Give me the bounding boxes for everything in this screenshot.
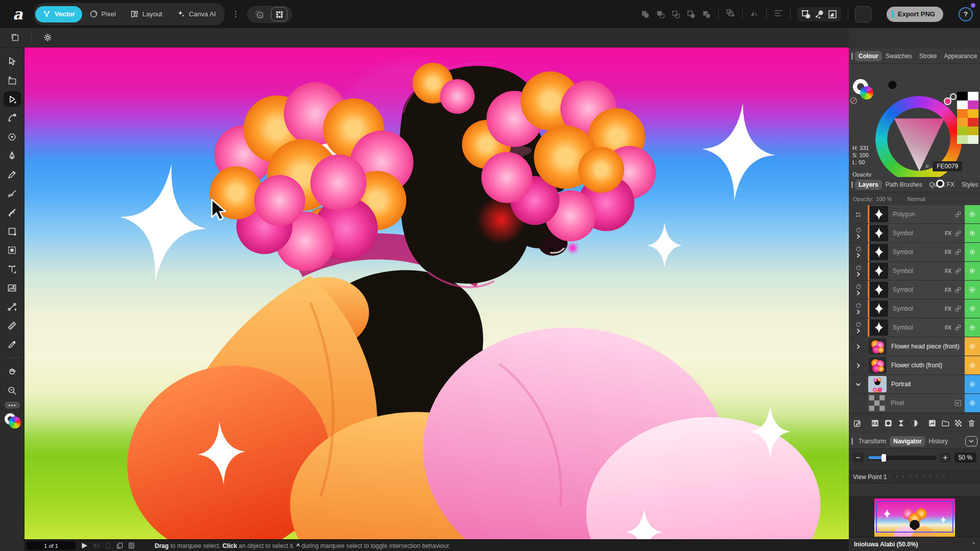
transform-box-icon[interactable] [801, 9, 811, 19]
layer-thumbnail[interactable] [868, 338, 887, 355]
blend-mode-value[interactable]: Normal [908, 196, 925, 202]
visibility-toggle[interactable] [965, 356, 980, 374]
colour-swatch[interactable] [957, 127, 968, 135]
edit-all-layers-icon[interactable] [853, 419, 862, 428]
group-layers-icon[interactable] [941, 419, 950, 428]
expand-chevron-icon[interactable] [856, 344, 861, 349]
node-select-icon[interactable] [814, 9, 824, 19]
boolean-combine-icon[interactable] [701, 9, 712, 19]
persona-tab-pixel[interactable]: Pixel [82, 6, 123, 22]
layer-row[interactable]: SymbolFX [849, 224, 980, 242]
boolean-add-icon[interactable] [640, 9, 650, 19]
move-tool[interactable] [4, 54, 21, 69]
zoom-value[interactable]: 50 % [954, 453, 976, 463]
layer-thumbnail[interactable] [868, 357, 887, 373]
align-icon[interactable] [773, 8, 783, 18]
corner-tool[interactable] [4, 110, 21, 126]
canvas-artwork[interactable] [24, 47, 849, 539]
colour-swatch[interactable] [968, 118, 978, 127]
transform-node-tool[interactable] [4, 299, 21, 314]
snapping-chevron-icon[interactable] [876, 10, 882, 19]
layer-name[interactable]: Symbol [893, 299, 945, 318]
visibility-toggle[interactable] [965, 224, 980, 242]
copy-pages-icon[interactable] [116, 542, 124, 549]
layer-name[interactable]: Pixel [891, 394, 954, 412]
colour-swatch[interactable] [968, 101, 978, 109]
zoom-in-button[interactable] [940, 453, 951, 463]
layer-row[interactable]: Pixel [849, 394, 980, 412]
visibility-toggle[interactable] [965, 318, 980, 337]
layer-row[interactable]: Flower head piece (front) [849, 337, 980, 356]
export-chevron-icon[interactable] [948, 10, 954, 19]
visibility-toggle[interactable] [965, 243, 980, 261]
visibility-toggle[interactable] [965, 337, 980, 356]
pencil-tool[interactable] [4, 167, 21, 182]
place-image-tool[interactable] [4, 280, 21, 295]
tab-colour[interactable]: Colour [855, 51, 882, 61]
tab-swatches[interactable]: Swatches [882, 51, 916, 61]
bounding-shape-icon[interactable] [827, 9, 838, 19]
zoom-out-button[interactable] [852, 453, 864, 463]
delete-layer-icon[interactable] [967, 419, 976, 428]
skip-next-icon[interactable] [92, 542, 100, 549]
colour-swatch[interactable] [968, 135, 978, 144]
persona-tab-canva-ai[interactable]: Canva AI [169, 6, 223, 22]
expand-chevron-icon[interactable] [856, 328, 861, 334]
layer-row[interactable]: SymbolFX [849, 318, 980, 337]
adjustment-layer-icon[interactable] [897, 419, 905, 428]
pan-tool[interactable] [4, 364, 21, 379]
page-list-icon[interactable] [128, 542, 135, 549]
eyedropper-icon[interactable] [875, 78, 887, 89]
layer-row[interactable]: Portrait [849, 375, 980, 393]
layer-opacity-value[interactable]: 100 % [876, 196, 892, 202]
a-cursor-button[interactable]: A [252, 8, 267, 21]
layer-settings-gear-icon[interactable] [957, 195, 965, 203]
layer-thumbnail[interactable] [870, 319, 888, 336]
tab-navigator[interactable]: Navigator [890, 436, 925, 446]
layer-order-icon[interactable] [725, 8, 736, 18]
settings-gear-icon[interactable] [43, 33, 53, 42]
panel-grip[interactable] [851, 53, 853, 60]
navigator-panel-chevron-icon[interactable] [965, 436, 977, 446]
layer-row[interactable]: SymbolFX [849, 262, 980, 280]
snapping-button[interactable] [855, 6, 871, 22]
colour-swatch[interactable] [957, 92, 968, 101]
layer-thumbnail[interactable] [870, 300, 888, 317]
colour-picker-tool[interactable] [4, 337, 21, 352]
tab-appearance[interactable]: Appearance [940, 51, 980, 61]
rectangle-tool[interactable] [4, 223, 21, 239]
overflow-menu-icon[interactable]: ⋮ [232, 13, 239, 15]
boolean-subtract-icon[interactable] [655, 9, 666, 19]
select-tool[interactable] [4, 91, 21, 107]
more-tools[interactable] [5, 402, 20, 409]
new-pixel-layer-icon[interactable] [954, 419, 963, 428]
secondary-colour-well[interactable] [888, 80, 897, 90]
layer-row[interactable]: SymbolFX [849, 243, 980, 261]
layer-row[interactable]: SymbolFX [849, 299, 980, 318]
visibility-toggle[interactable] [965, 299, 980, 318]
colour-swatch[interactable] [968, 109, 978, 118]
layer-thumbnail[interactable] [870, 206, 888, 222]
layer-name[interactable]: Flower head piece (front) [891, 337, 962, 356]
boolean-divide-icon[interactable] [686, 9, 696, 19]
layer-thumbnail[interactable] [870, 263, 888, 279]
vector-crop-tool[interactable] [4, 242, 21, 258]
collapse-chevron-icon[interactable] [855, 382, 861, 387]
paint-brush-tool[interactable] [4, 205, 21, 220]
expand-chevron-icon[interactable] [856, 309, 861, 315]
expand-chevron-icon[interactable] [856, 363, 861, 368]
tab-styles[interactable]: Styles [958, 180, 980, 190]
expand-chevron-icon[interactable] [856, 290, 861, 296]
app-logo[interactable]: a [9, 6, 27, 23]
fill-indicator[interactable] [4, 413, 21, 431]
layer-opacity-chevron-icon[interactable] [895, 194, 900, 204]
colour-swatch[interactable] [968, 127, 978, 135]
layer-name[interactable]: Symbol [893, 318, 945, 337]
hue-selector-secondary[interactable] [950, 93, 957, 100]
mask-layer-icon[interactable] [884, 419, 893, 428]
zoom-slider[interactable] [867, 456, 936, 460]
visibility-toggle[interactable] [965, 205, 980, 223]
page-indicator[interactable]: 1 of 1 [27, 541, 76, 550]
layer-name[interactable]: Polygon [893, 205, 954, 223]
visibility-toggle[interactable] [965, 375, 980, 393]
